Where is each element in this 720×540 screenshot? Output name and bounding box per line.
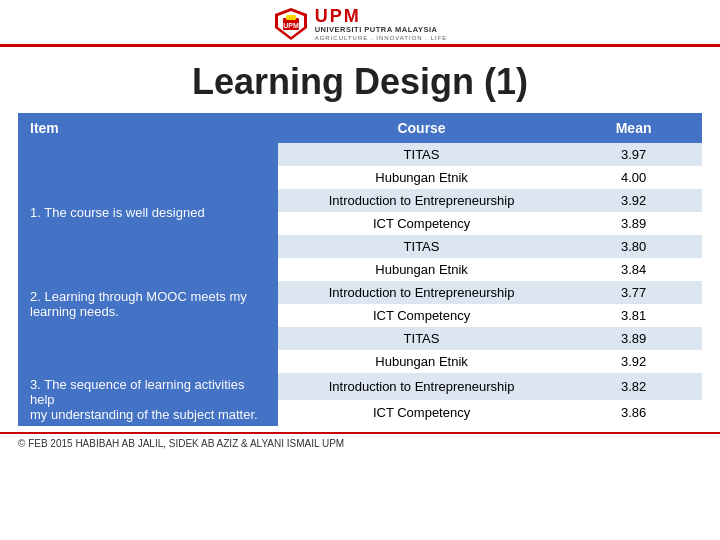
upm-acronym: UPM: [315, 7, 361, 27]
item-cell: 1. The course is well designed: [18, 189, 278, 235]
table-row: TITAS3.89: [18, 327, 702, 350]
mean-cell: 4.00: [565, 166, 702, 189]
mean-cell: 3.97: [565, 143, 702, 166]
col-header-item: Item: [18, 113, 278, 143]
course-cell: TITAS: [278, 327, 565, 350]
upm-logo-icon: UPM: [273, 6, 309, 42]
table-row: 3. The sequence of learning activities h…: [18, 373, 702, 400]
mean-cell: 3.81: [565, 304, 702, 327]
table-row: 1. The course is well designedIntroducti…: [18, 189, 702, 212]
course-cell: Introduction to Entrepreneurship: [278, 281, 565, 304]
data-table: Item Course Mean TITAS3.97Hubungan Etnik…: [18, 113, 702, 426]
table-row: 2. Learning through MOOC meets my learni…: [18, 281, 702, 304]
course-cell: ICT Competency: [278, 212, 565, 235]
footer-text: © FEB 2015 HABIBAH AB JALIL, SIDEK AB AZ…: [18, 438, 344, 449]
mean-cell: 3.89: [565, 327, 702, 350]
course-cell: TITAS: [278, 235, 565, 258]
upm-full-name: UNIVERSITI PUTRA MALAYSIA: [315, 26, 438, 34]
mean-cell: 3.89: [565, 212, 702, 235]
course-cell: Introduction to Entrepreneurship: [278, 189, 565, 212]
course-cell: Introduction to Entrepreneurship: [278, 373, 565, 400]
table-row: TITAS3.80: [18, 235, 702, 258]
item-cell-blank: [18, 235, 278, 281]
table-header-row: Item Course Mean: [18, 113, 702, 143]
mean-cell: 3.80: [565, 235, 702, 258]
course-cell: ICT Competency: [278, 304, 565, 327]
mean-cell: 3.86: [565, 400, 702, 427]
course-cell: ICT Competency: [278, 400, 565, 427]
svg-text:UPM: UPM: [283, 22, 299, 29]
mean-cell: 3.77: [565, 281, 702, 304]
item-cell: 2. Learning through MOOC meets my learni…: [18, 281, 278, 327]
page-title: Learning Design (1): [0, 47, 720, 113]
main-table-container: Item Course Mean TITAS3.97Hubungan Etnik…: [18, 113, 702, 426]
upm-tagline: AGRICULTURE . INNOVATION . LIFE: [315, 35, 448, 42]
header: UPM UPM UNIVERSITI PUTRA MALAYSIA AGRICU…: [0, 0, 720, 47]
course-cell: Hubungan Etnik: [278, 166, 565, 189]
mean-cell: 3.92: [565, 350, 702, 373]
item-cell-blank: [18, 143, 278, 189]
logo-text: UPM UNIVERSITI PUTRA MALAYSIA AGRICULTUR…: [315, 7, 448, 42]
logo-area: UPM UPM UNIVERSITI PUTRA MALAYSIA AGRICU…: [273, 6, 448, 42]
col-header-course: Course: [278, 113, 565, 143]
course-cell: TITAS: [278, 143, 565, 166]
mean-cell: 3.92: [565, 189, 702, 212]
table-row: TITAS3.97: [18, 143, 702, 166]
course-cell: Hubungan Etnik: [278, 350, 565, 373]
col-header-mean: Mean: [565, 113, 702, 143]
mean-cell: 3.84: [565, 258, 702, 281]
footer: © FEB 2015 HABIBAH AB JALIL, SIDEK AB AZ…: [0, 432, 720, 453]
item-cell-blank: [18, 327, 278, 373]
course-cell: Hubungan Etnik: [278, 258, 565, 281]
svg-rect-3: [286, 15, 296, 20]
mean-cell: 3.82: [565, 373, 702, 400]
item-cell: 3. The sequence of learning activities h…: [18, 373, 278, 426]
